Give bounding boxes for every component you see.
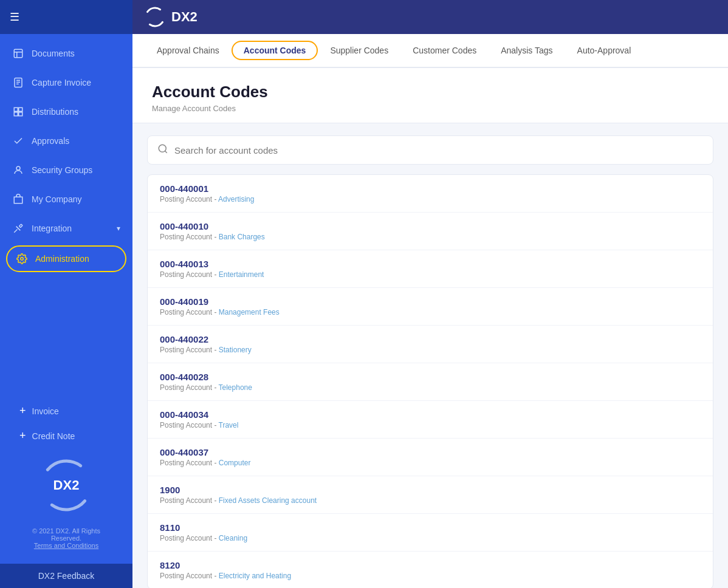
code-number: 000-440013	[160, 259, 701, 269]
quick-create-credit-note[interactable]: + Credit Note	[10, 423, 123, 448]
search-input[interactable]	[174, 145, 703, 156]
topbar-logo-icon	[145, 7, 165, 27]
code-number: 000-440019	[160, 296, 701, 307]
code-number: 1900	[160, 485, 701, 495]
integration-icon	[12, 222, 24, 234]
capture-invoice-icon	[12, 77, 24, 89]
sidebar-item-approvals[interactable]: Approvals	[0, 126, 132, 156]
sidebar-logo-area: DX2	[10, 448, 123, 522]
svg-point-17	[145, 7, 165, 27]
code-number: 000-440037	[160, 447, 701, 457]
page-title: Account Codes	[152, 83, 709, 101]
sidebar-item-capture-invoice[interactable]: Capture Invoice	[0, 68, 132, 97]
table-row[interactable]: 000-440022 Posting Account - Stationery	[148, 326, 713, 363]
svg-point-18	[145, 7, 165, 27]
page-header: Account Codes Manage Account Codes	[132, 68, 728, 123]
code-number: 000-440010	[160, 221, 701, 231]
sidebar: ☰ Documents Capture Invoice Distribution…	[0, 0, 132, 588]
sidebar-item-distributions[interactable]: Distributions	[0, 97, 132, 126]
svg-rect-9	[14, 112, 18, 116]
svg-rect-10	[19, 112, 22, 116]
topbar-logo: DX2	[145, 7, 197, 27]
tabbar: Approval Chains Account Codes Supplier C…	[132, 34, 728, 68]
svg-point-13	[21, 258, 24, 261]
table-row[interactable]: 8110 Posting Account - Cleaning	[148, 514, 713, 552]
feedback-label: DX2 Feedback	[38, 571, 95, 581]
capture-invoice-label: Capture Invoice	[32, 78, 91, 87]
code-description: Posting Account - Bank Charges	[160, 233, 701, 241]
plus-icon-invoice: +	[19, 405, 26, 417]
tab-auto-approval[interactable]: Auto-Approval	[565, 36, 644, 66]
search-icon	[157, 143, 168, 157]
code-description: Posting Account - Entertainment	[160, 270, 701, 279]
topbar: DX2	[132, 0, 728, 34]
account-codes-list: 000-440001 Posting Account - Advertising…	[147, 174, 713, 588]
sidebar-footer: © 2021 DX2. All Rights Reserved. Terms a…	[10, 522, 123, 554]
page-content: Account Codes Manage Account Codes 000-4…	[132, 68, 728, 588]
table-row[interactable]: 000-440034 Posting Account - Travel	[148, 401, 713, 439]
dx2-logo-large: DX2	[39, 458, 94, 513]
tab-customer-codes[interactable]: Customer Codes	[400, 36, 489, 66]
table-row[interactable]: 000-440037 Posting Account - Computer	[148, 439, 713, 476]
copyright-text: © 2021 DX2. All Rights Reserved.	[32, 527, 100, 542]
tab-supplier-codes[interactable]: Supplier Codes	[318, 36, 400, 66]
svg-point-11	[16, 166, 20, 170]
quick-create-invoice[interactable]: + Invoice	[10, 398, 123, 423]
code-description: Posting Account - Computer	[160, 459, 701, 467]
integration-arrow-icon: ▾	[117, 224, 120, 233]
code-description: Posting Account - Telephone	[160, 383, 701, 392]
security-groups-label: Security Groups	[32, 165, 92, 175]
svg-point-19	[159, 145, 166, 152]
sidebar-item-integration[interactable]: Integration ▾	[0, 214, 132, 243]
code-number: 8110	[160, 522, 701, 533]
tab-approval-chains[interactable]: Approval Chains	[145, 36, 232, 66]
tab-account-codes[interactable]: Account Codes	[232, 41, 318, 60]
sidebar-bottom: + Invoice + Credit Note DX2 © 2021 DX2. …	[0, 389, 132, 564]
svg-rect-7	[14, 108, 18, 111]
distributions-label: Distributions	[32, 107, 78, 117]
code-number: 000-440034	[160, 409, 701, 420]
sidebar-item-my-company[interactable]: My Company	[0, 185, 132, 214]
credit-note-label: Credit Note	[32, 431, 75, 441]
table-row[interactable]: 000-440019 Posting Account - Management …	[148, 288, 713, 326]
topbar-title: DX2	[171, 9, 197, 25]
administration-label: Administration	[35, 254, 89, 264]
search-container	[147, 135, 713, 165]
code-description: Posting Account - Cleaning	[160, 534, 701, 542]
documents-icon	[12, 47, 24, 60]
table-row[interactable]: 8120 Posting Account - Electricity and H…	[148, 552, 713, 588]
table-row[interactable]: 000-440028 Posting Account - Telephone	[148, 363, 713, 401]
hamburger-icon[interactable]: ☰	[10, 10, 19, 24]
main-content: DX2 Approval Chains Account Codes Suppli…	[132, 0, 728, 588]
invoice-label: Invoice	[32, 406, 59, 416]
terms-link[interactable]: Terms and Conditions	[34, 542, 98, 549]
approvals-label: Approvals	[32, 136, 69, 146]
table-row[interactable]: 1900 Posting Account - Fixed Assets Clea…	[148, 476, 713, 514]
svg-text:DX2: DX2	[53, 477, 80, 493]
code-description: Posting Account - Stationery	[160, 346, 701, 354]
code-description: Posting Account - Management Fees	[160, 308, 701, 316]
svg-rect-0	[14, 49, 22, 58]
svg-rect-8	[19, 108, 22, 111]
plus-icon-credit-note: +	[19, 429, 26, 442]
code-number: 000-440028	[160, 372, 701, 382]
sidebar-item-documents[interactable]: Documents	[0, 39, 132, 68]
tab-analysis-tags[interactable]: Analysis Tags	[489, 36, 565, 66]
security-groups-icon	[12, 164, 24, 176]
table-row[interactable]: 000-440001 Posting Account - Advertising	[148, 175, 713, 213]
integration-label: Integration	[32, 224, 72, 233]
feedback-bar[interactable]: DX2 Feedback	[0, 564, 132, 588]
code-number: 8120	[160, 560, 701, 570]
sidebar-navigation: Documents Capture Invoice Distributions …	[0, 34, 132, 389]
svg-rect-12	[14, 197, 22, 203]
code-description: Posting Account - Fixed Assets Clearing …	[160, 496, 701, 505]
code-description: Posting Account - Advertising	[160, 195, 701, 203]
table-row[interactable]: 000-440010 Posting Account - Bank Charge…	[148, 213, 713, 250]
approvals-icon	[12, 135, 24, 147]
sidebar-item-security-groups[interactable]: Security Groups	[0, 156, 132, 185]
administration-icon	[16, 253, 28, 265]
page-subtitle: Manage Account Codes	[152, 104, 709, 113]
sidebar-item-administration[interactable]: Administration	[6, 245, 126, 272]
svg-line-20	[165, 151, 167, 152]
table-row[interactable]: 000-440013 Posting Account - Entertainme…	[148, 250, 713, 288]
